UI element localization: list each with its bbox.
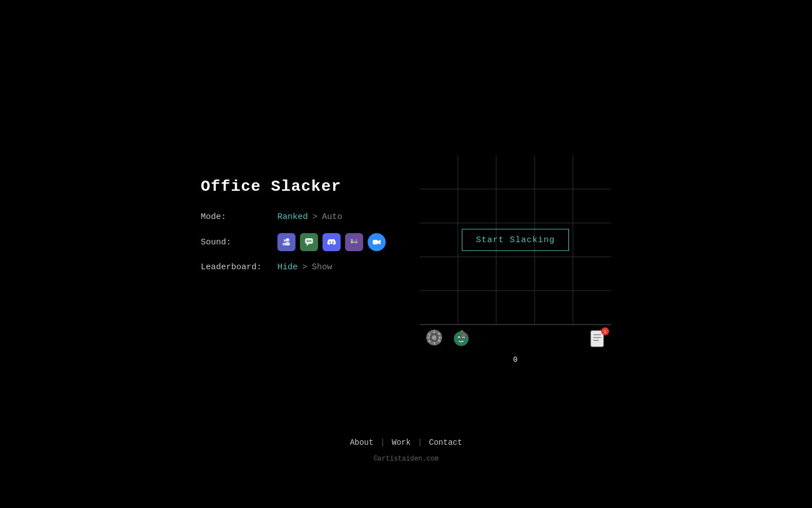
svg-rect-44 — [593, 334, 601, 335]
svg-point-39 — [458, 338, 460, 339]
svg-rect-14 — [373, 240, 378, 244]
start-button[interactable]: Start Slacking — [462, 229, 569, 251]
leaderboard-show[interactable]: Show — [312, 262, 332, 272]
zoom-icon[interactable] — [368, 233, 386, 251]
svg-rect-46 — [593, 340, 599, 341]
svg-point-36 — [454, 331, 469, 346]
sound-icons — [277, 233, 386, 251]
svg-rect-11 — [355, 241, 358, 243]
svg-rect-9 — [351, 241, 353, 243]
leaderboard-sep: > — [302, 262, 307, 272]
game-title: Office Slacker — [201, 178, 386, 195]
left-panel: Office Slacker Mode: Ranked > Auto Sound… — [201, 178, 386, 278]
contact-link[interactable]: Contact — [422, 438, 469, 447]
svg-point-41 — [462, 334, 465, 337]
mode-label: Mode: — [201, 212, 268, 222]
svg-rect-12 — [355, 239, 358, 241]
svg-rect-45 — [593, 337, 601, 338]
mode-values: Ranked > Auto — [277, 212, 342, 222]
leaderboard-hide[interactable]: Hide — [277, 262, 298, 272]
sound-row: Sound: — [201, 233, 386, 251]
game-grid: Start Slacking — [420, 155, 611, 325]
footer-copyright: ©artistaiden.com — [373, 455, 438, 463]
leaderboard-label: Leaderboard: — [201, 262, 268, 272]
main-content: Office Slacker Mode: Ranked > Auto Sound… — [201, 155, 611, 353]
slack-icon[interactable] — [345, 233, 363, 251]
svg-marker-5 — [307, 244, 309, 246]
discord-icon[interactable] — [323, 233, 341, 251]
score-display: 0 — [513, 356, 518, 364]
svg-rect-1 — [285, 242, 290, 246]
svg-point-2 — [284, 239, 286, 242]
footer: About | Work | Contact ©artistaiden.com — [343, 438, 469, 463]
mode-sep: > — [312, 212, 317, 222]
about-link[interactable]: About — [343, 438, 380, 447]
character-plant — [451, 327, 471, 351]
sound-label: Sound: — [201, 238, 268, 247]
character-document: 1 — [589, 330, 607, 351]
footer-sep-1: | — [380, 438, 385, 447]
chat-icon[interactable] — [300, 233, 318, 251]
svg-rect-10 — [351, 239, 353, 241]
leaderboard-row: Leaderboard: Hide > Show — [201, 262, 386, 272]
svg-point-8 — [310, 240, 311, 242]
footer-sep-2: | — [417, 438, 422, 447]
svg-point-40 — [463, 338, 464, 339]
game-floor: 1 0 — [420, 325, 611, 353]
right-panel: Start Slacking — [420, 155, 611, 353]
mode-ranked[interactable]: Ranked — [277, 212, 308, 222]
teams-icon[interactable] — [277, 233, 295, 251]
mode-row: Mode: Ranked > Auto — [201, 212, 386, 222]
svg-rect-13 — [353, 241, 355, 243]
character-saw — [424, 327, 444, 351]
svg-rect-3 — [283, 243, 286, 246]
footer-nav: About | Work | Contact — [343, 438, 469, 447]
notification-badge: 1 — [601, 327, 609, 335]
work-link[interactable]: Work — [385, 438, 418, 447]
svg-point-0 — [286, 238, 289, 242]
svg-point-35 — [432, 335, 436, 340]
leaderboard-values: Hide > Show — [277, 262, 332, 272]
svg-point-7 — [308, 240, 310, 242]
svg-point-6 — [307, 240, 308, 242]
svg-marker-15 — [378, 240, 381, 244]
mode-auto[interactable]: Auto — [322, 212, 342, 222]
